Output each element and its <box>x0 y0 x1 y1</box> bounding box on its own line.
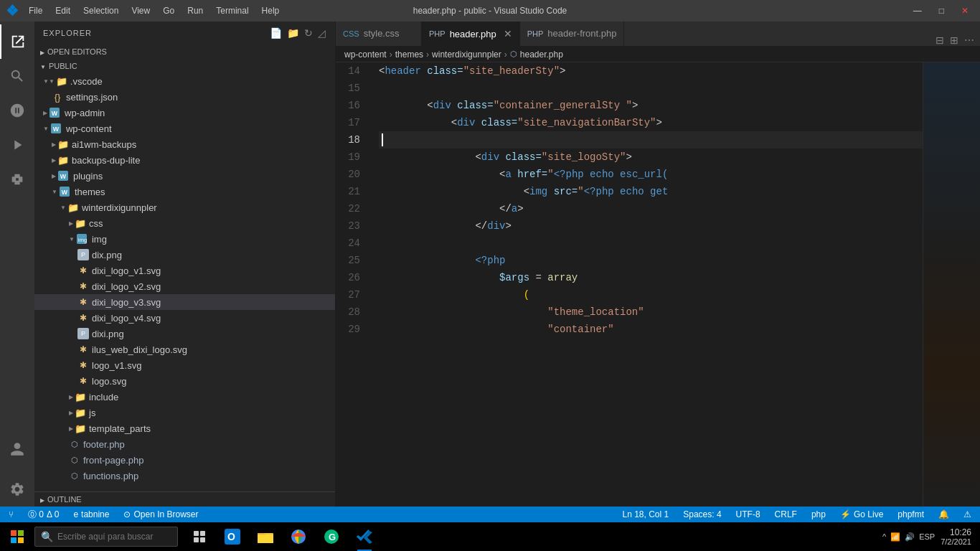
breadcrumb-item-file[interactable]: header.php <box>520 50 563 60</box>
outlook-app[interactable]: O <box>217 522 248 551</box>
maximize-button[interactable]: □ <box>933 3 950 19</box>
tree-item-dix-png[interactable]: P dix.png <box>34 247 335 263</box>
tree-item-dixi-logo-v3[interactable]: ✱ dixi_logo_v3.svg <box>34 294 335 310</box>
tree-item-wp-content[interactable]: ▼ W wp-content <box>34 121 335 136</box>
breadcrumb-item-winterdix[interactable]: winterdixigunnpler <box>432 50 501 60</box>
tree-item-dixi-logo-v4[interactable]: ✱ dixi_logo_v4.svg <box>34 310 335 326</box>
code-line-27: ( <box>379 286 923 303</box>
open-editors-section[interactable]: OPEN EDITORS <box>34 44 335 59</box>
menu-file[interactable]: File <box>23 4 48 17</box>
backups-folder-icon: 📁 <box>57 154 69 166</box>
spaces-status[interactable]: Spaces: 4 <box>680 509 724 519</box>
menu-run[interactable]: Run <box>182 4 209 17</box>
systray-network[interactable]: 📶 <box>890 532 900 542</box>
tree-item-functions[interactable]: ⬡ functions.php <box>34 468 335 484</box>
menu-edit[interactable]: Edit <box>50 4 76 17</box>
file-explorer-app[interactable] <box>250 522 281 551</box>
extensions-activity-icon[interactable] <box>0 162 34 197</box>
new-folder-icon[interactable]: 📁 <box>287 27 300 39</box>
tree-item-include[interactable]: ▶ 📁 include <box>34 389 335 405</box>
tab-header-php[interactable]: PHP header.php ✕ <box>422 22 520 46</box>
taskbar-clock[interactable]: 10:26 7/2/2021 <box>941 527 971 546</box>
minimize-button[interactable]: — <box>908 3 928 19</box>
editor-layout-icon[interactable]: ⊞ <box>950 34 958 46</box>
tree-item-logo-v1[interactable]: ✱ logo_v1.svg <box>34 357 335 373</box>
close-button[interactable]: ✕ <box>956 3 974 19</box>
open-browser-status[interactable]: ⊙ Open In Browser <box>121 509 201 519</box>
run-activity-icon[interactable] <box>0 128 34 162</box>
breadcrumb-item-wp-content[interactable]: wp-content <box>344 50 387 60</box>
logo-v1-icon: ✱ <box>77 359 89 371</box>
line-num-21: 21 <box>339 183 360 200</box>
taskbar-search-box[interactable]: 🔍 <box>34 527 178 547</box>
chrome-app[interactable] <box>283 522 314 551</box>
tree-item-dixi-logo-v1[interactable]: ✱ dixi_logo_v1.svg <box>34 263 335 278</box>
tree-item-css[interactable]: ▶ 📁 css <box>34 215 335 231</box>
code-editor[interactable]: 14 15 16 17 18 19 20 21 22 23 24 25 26 2… <box>336 62 980 507</box>
menu-help[interactable]: Help <box>256 4 286 17</box>
tab-style-css[interactable]: CSS style.css <box>336 22 422 46</box>
code-content[interactable]: <header class="site_headerSty"> <div cla… <box>372 62 923 507</box>
lang-indicator[interactable]: ESP <box>919 532 935 541</box>
settings-activity-icon[interactable] <box>0 472 34 507</box>
line-endings-status[interactable]: CRLF <box>772 509 800 519</box>
systray-volume[interactable]: 🔊 <box>905 532 915 542</box>
collapse-icon[interactable]: ◿ <box>318 27 326 39</box>
public-section[interactable]: PUBLIC <box>34 59 335 73</box>
template-parts-label: template_parts <box>89 423 151 434</box>
open-editors-chevron <box>40 48 44 56</box>
tabnine-status[interactable]: e tabnine <box>70 509 112 519</box>
branch-status[interactable]: ⑂ <box>6 509 17 519</box>
split-editor-icon[interactable]: ⊟ <box>936 34 944 46</box>
tree-item-front-page[interactable]: ⬡ front-page.php <box>34 452 335 468</box>
vscode-taskbar-app[interactable] <box>349 522 380 551</box>
golive-status[interactable]: ⚡ Go Live <box>837 509 886 519</box>
warning-status[interactable]: ⚠ <box>961 509 974 519</box>
menu-view[interactable]: View <box>126 4 156 17</box>
start-button[interactable] <box>3 522 32 551</box>
systray-arrow[interactable]: ^ <box>882 532 886 541</box>
encoding-status[interactable]: UTF-8 <box>733 509 763 519</box>
tree-item-themes[interactable]: ▼ W themes <box>34 184 335 199</box>
breadcrumb-item-themes[interactable]: themes <box>395 50 423 60</box>
menu-go[interactable]: Go <box>157 4 180 17</box>
more-actions-icon[interactable]: ⋯ <box>964 34 974 46</box>
language-status[interactable]: php <box>809 509 829 519</box>
account-activity-icon[interactable] <box>0 432 34 466</box>
error-warning-status[interactable]: ⓪ 0 Δ 0 <box>25 509 62 521</box>
tree-item-footer-php[interactable]: ⬡ footer.php <box>34 436 335 452</box>
tree-item-ai1wm[interactable]: ▶ 📁 ai1wm-backups <box>34 136 335 152</box>
phpfmt-status[interactable]: phpfmt <box>895 509 927 519</box>
tree-item-settings[interactable]: {} settings.json <box>34 89 335 105</box>
tree-item-template-parts[interactable]: ▶ 📁 template_parts <box>34 420 335 436</box>
line-num-24: 24 <box>339 235 360 252</box>
line-num-17: 17 <box>339 114 360 131</box>
refresh-icon[interactable]: ↻ <box>304 27 314 39</box>
task-view-button[interactable] <box>184 522 215 551</box>
wp-content-folder-icon: W <box>50 123 62 134</box>
taskbar-search-input[interactable] <box>57 532 158 542</box>
explorer-activity-icon[interactable] <box>0 24 34 59</box>
tree-item-vscode[interactable]: ▼ 📁 .vscode <box>34 73 335 89</box>
outline-section[interactable]: OUTLINE <box>34 491 335 507</box>
tree-item-js[interactable]: ▶ 📁 js <box>34 405 335 420</box>
tree-item-backups[interactable]: ▶ 📁 backups-dup-lite <box>34 152 335 168</box>
notifications-status[interactable]: 🔔 <box>936 509 952 519</box>
tab-header-front-php[interactable]: PHP header-front.php <box>520 22 625 46</box>
tree-item-logo-svg[interactable]: ✱ logo.svg <box>34 373 335 389</box>
menu-terminal[interactable]: Terminal <box>210 4 254 17</box>
green-app[interactable]: G <box>316 522 347 551</box>
header-php-close[interactable]: ✕ <box>504 28 512 39</box>
tree-item-winterdix[interactable]: ▼ 📁 winterdixigunnpler <box>34 199 335 215</box>
source-control-activity-icon[interactable] <box>0 93 34 128</box>
tree-item-dixi-logo-v2[interactable]: ✱ dixi_logo_v2.svg <box>34 278 335 294</box>
search-activity-icon[interactable] <box>0 59 34 93</box>
tree-item-img[interactable]: ▼ img img <box>34 231 335 247</box>
tree-item-wp-admin[interactable]: ▶ W wp-admin <box>34 105 335 121</box>
tree-item-ilus[interactable]: ✱ ilus_web_dixi_logo.svg <box>34 342 335 357</box>
tree-item-dixi-png[interactable]: P dixi.png <box>34 326 335 342</box>
tree-item-plugins[interactable]: ▶ W plugins <box>34 168 335 184</box>
cursor-position[interactable]: Ln 18, Col 1 <box>619 509 672 519</box>
menu-selection[interactable]: Selection <box>77 4 124 17</box>
new-file-icon[interactable]: 📄 <box>270 27 283 39</box>
